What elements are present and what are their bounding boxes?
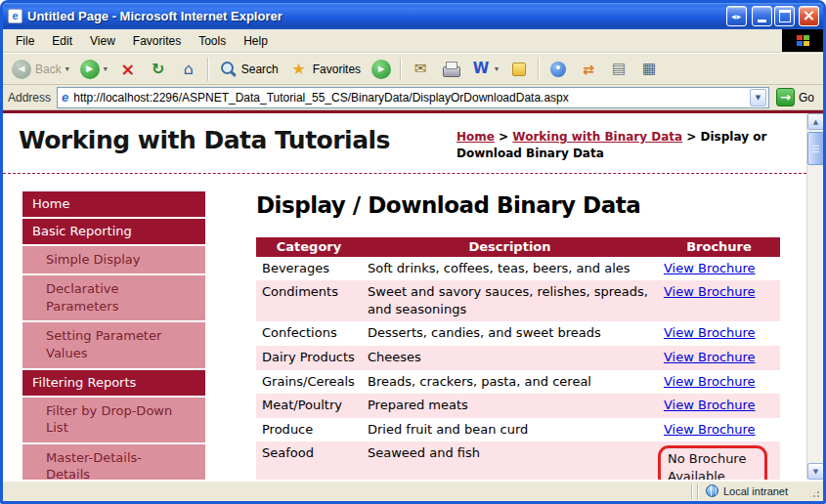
media-button[interactable]: ▶ [367,57,396,82]
category-cell: Beverages [256,257,362,281]
edit-with-word-button[interactable]: W▾ [466,57,503,82]
forward-button[interactable]: ▶▾ [75,57,112,82]
category-cell: Confections [256,321,362,346]
scrollbar-thumb[interactable] [807,132,823,165]
home-icon: ⌂ [179,60,198,79]
brochure-cell: View Brochure [658,257,780,281]
title-bar[interactable]: Untitled Page - Microsoft Internet Explo… [3,3,823,29]
chevron-down-icon: ▾ [65,64,69,73]
mail-button[interactable]: ✉ [406,57,435,82]
description-cell: Desserts, candies, and sweet breads [362,321,658,346]
media-icon: ▶ [371,60,391,79]
discuss-button[interactable] [504,57,534,82]
windows-logo-icon [782,29,823,52]
brochure-cell: View Brochure [658,394,780,418]
menu-view[interactable]: View [81,30,124,52]
sidebar-item-basic-reporting[interactable]: Basic Reporting [22,219,205,244]
sidebar-nav: HomeBasic ReportingSimple DisplayDeclara… [22,191,205,480]
view-brochure-link[interactable]: View Brochure [664,374,756,389]
view-brochure-link[interactable]: View Brochure [664,261,756,275]
view-brochure-link[interactable]: View Brochure [664,284,756,299]
breadcrumb-separator: > [495,130,512,144]
maximize-button[interactable] [774,6,795,26]
column-header-category: Category [256,237,362,257]
sidebar-item-simple-display[interactable]: Simple Display [22,246,205,274]
go-button[interactable]: → Go [775,87,818,107]
close-button[interactable] [799,6,819,26]
breadcrumb-link-home[interactable]: Home [456,130,495,144]
view-brochure-link[interactable]: View Brochure [664,398,756,412]
site-title: Working with Data Tutorials [19,126,390,154]
messenger-button[interactable] [543,57,573,82]
vertical-scrollbar[interactable]: ▲ ▼ [806,113,823,480]
brochure-cell: View Brochure [658,418,780,442]
sync-button[interactable]: ⇄ [574,57,603,82]
mail-icon: ✉ [411,60,430,79]
nav-arrows-button[interactable] [726,6,747,26]
view-brochure-link[interactable]: View Brochure [664,325,756,340]
search-button[interactable]: Search [213,57,283,82]
description-cell: Sweet and savory sauces, relishes, sprea… [362,280,658,321]
description-cell: Prepared meats [362,394,658,418]
home-button[interactable]: ⌂ [174,57,203,82]
address-dropdown-button[interactable]: ▼ [750,89,766,106]
scroll-down-button[interactable]: ▼ [807,463,823,480]
table-row: CondimentsSweet and savory sauces, relis… [256,280,780,321]
sidebar-item-filter-by-drop-down-list[interactable]: Filter by Drop-Down List [22,398,205,442]
address-bar: Address e http://localhost:2296/ASPNET_D… [3,85,823,110]
brochure-cell: View Brochure [658,346,780,370]
category-cell: Condiments [256,280,362,321]
breadcrumb-link-working-with-binary-data[interactable]: Working with Binary Data [512,130,682,144]
breadcrumb: Home > Working with Binary Data > Displa… [456,126,801,163]
favorites-button[interactable]: ★Favorites [284,57,366,82]
table-row: Meat/PoultryPrepared meatsView Brochure [256,394,780,418]
table-header-row: CategoryDescriptionBrochure [256,237,780,257]
view-brochure-link[interactable]: View Brochure [664,422,756,437]
table-row: BeveragesSoft drinks, coffees, teas, bee… [256,257,780,281]
stop-button[interactable]: × [113,57,143,82]
print-icon [441,60,460,79]
window-title: Untitled Page - Microsoft Internet Explo… [27,9,721,24]
address-input[interactable]: e http://localhost:2296/ASPNET_Data_Tuto… [57,87,769,108]
sidebar-item-declarative-parameters[interactable]: Declarative Parameters [22,275,205,320]
sidebar-item-setting-parameter-values[interactable]: Setting Parameter Values [22,322,205,367]
ie-page-icon [8,9,22,23]
category-cell: Seafood [256,441,362,480]
address-url: http://localhost:2296/ASPNET_Data_Tutori… [73,91,745,105]
main-content: Display / Download Binary Data CategoryD… [256,191,806,480]
menu-bar: FileEditViewFavoritesToolsHelp [3,29,823,53]
menu-tools[interactable]: Tools [190,30,235,52]
tools-grid-button[interactable]: ▦ [634,57,664,82]
print-button[interactable] [436,57,465,82]
category-cell: Meat/Poultry [256,394,362,418]
view-brochure-link[interactable]: View Brochure [664,350,756,364]
menu-help[interactable]: Help [235,30,277,52]
column-header-description: Description [362,237,658,257]
refresh-button[interactable]: ↻ [144,57,173,82]
breadcrumb-separator: > [682,130,700,144]
scroll-up-button[interactable]: ▲ [807,113,823,130]
sidebar-item-home[interactable]: Home [22,191,205,217]
no-brochure-annotation: No Brochure Available [658,445,767,480]
forward-icon: ▶ [80,60,100,79]
description-cell: Breads, crackers, pasta, and cereal [362,370,658,395]
menu-file[interactable]: File [7,30,43,52]
favorites-label: Favorites [313,63,361,76]
brochure-cell: View Brochure [658,370,780,395]
description-cell: Seaweed and fish [362,441,658,480]
category-cell: Grains/Cereals [256,370,362,395]
minimize-button[interactable] [752,6,772,26]
word-icon: W [471,60,491,79]
menu-favorites[interactable]: Favorites [124,30,190,52]
browser-window: Untitled Page - Microsoft Internet Explo… [0,0,826,504]
status-bar: Local intranet [3,480,823,501]
sidebar-item-filtering-reports[interactable]: Filtering Reports [22,370,205,396]
menu-edit[interactable]: Edit [43,30,81,52]
sync-arrows-icon: ⇄ [579,60,598,79]
sidebar-item-master-details-details[interactable]: Master-Details-Details [22,444,205,480]
tools-building-button[interactable]: ▤ [604,57,633,82]
brochure-cell: No Brochure Available [658,441,780,480]
search-icon [218,60,238,79]
security-zone-pane: Local intranet [701,484,820,497]
back-button: ◀Back▾ [7,57,74,82]
